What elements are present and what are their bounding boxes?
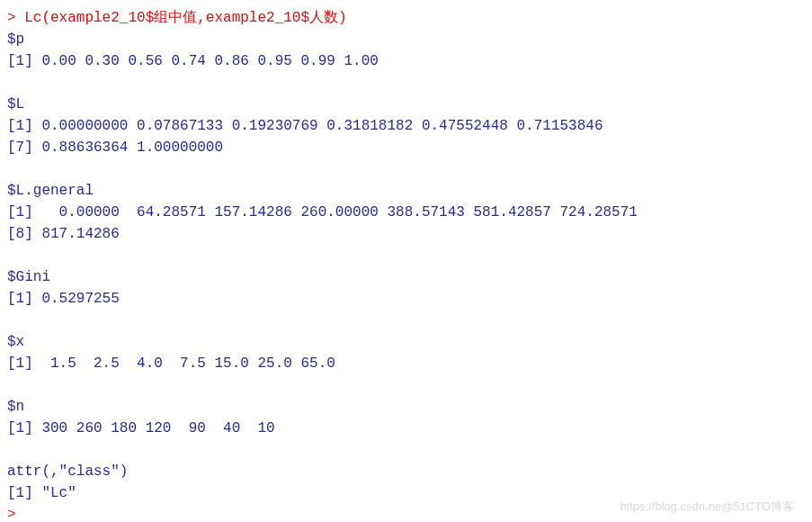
output-attr-label: attr(,"class") — [7, 461, 805, 482]
output-L-line2: [7] 0.88636364 1.00000000 — [7, 137, 805, 158]
r-command: Lc(example2_10$组中值,example2_10$人数) — [24, 10, 346, 26]
blank-line — [7, 374, 805, 396]
output-L-label: $L — [7, 94, 805, 115]
output-L-general-label: $L.general — [7, 180, 805, 202]
output-attr-value: [1] "Lc" — [7, 482, 805, 504]
command-line: > Lc(example2_10$组中值,example2_10$人数) — [7, 7, 805, 29]
blank-line — [7, 310, 805, 331]
blank-line — [7, 245, 805, 266]
output-gini-label: $Gini — [7, 266, 805, 288]
output-L-line1: [1] 0.00000000 0.07867133 0.19230769 0.3… — [7, 115, 805, 137]
output-L-general-line2: [8] 817.14286 — [7, 223, 805, 245]
output-x-label: $x — [7, 331, 805, 353]
blank-line — [7, 72, 805, 94]
output-p-label: $p — [7, 29, 805, 50]
output-p-values: [1] 0.00 0.30 0.56 0.74 0.86 0.95 0.99 1… — [7, 50, 805, 72]
blank-line — [7, 158, 805, 180]
output-gini-value: [1] 0.5297255 — [7, 288, 805, 310]
output-L-general-line1: [1] 0.00000 64.28571 157.14286 260.00000… — [7, 202, 805, 223]
output-n-values: [1] 300 260 180 120 90 40 10 — [7, 418, 805, 439]
blank-line — [7, 439, 805, 461]
output-n-label: $n — [7, 396, 805, 418]
output-x-values: [1] 1.5 2.5 4.0 7.5 15.0 25.0 65.0 — [7, 353, 805, 374]
final-prompt[interactable]: > — [7, 504, 805, 522]
prompt-symbol: > — [7, 10, 24, 26]
